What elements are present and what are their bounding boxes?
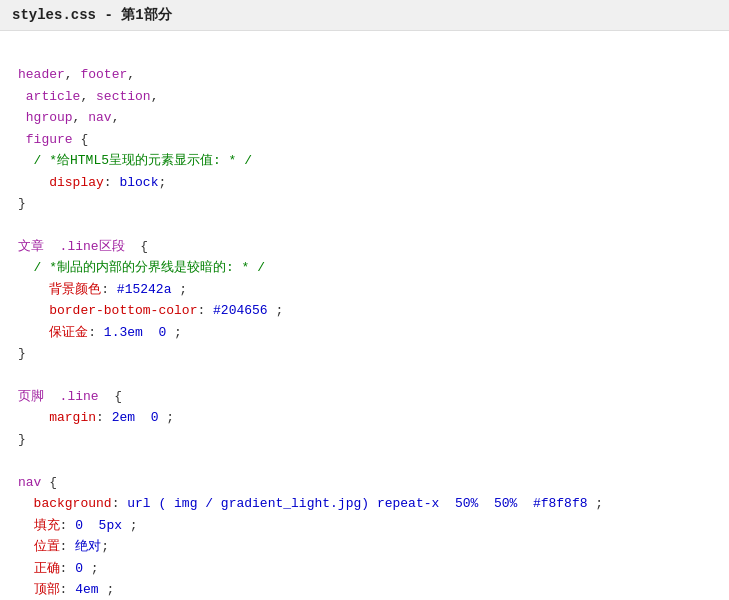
code-line: border-bottom-color: #204656 ; [18, 300, 711, 321]
code-line: / *给HTML5呈现的元素显示值: * / [18, 150, 711, 171]
code-line: } [18, 193, 711, 214]
code-line: 背景颜色: #15242a ; [18, 279, 711, 300]
code-line [18, 450, 711, 471]
code-line: nav { [18, 472, 711, 493]
code-line: 位置: 绝对; [18, 536, 711, 557]
file-title: styles.css - 第1部分 [12, 7, 172, 23]
code-line: 填充: 0 5px ; [18, 515, 711, 536]
code-line [18, 43, 711, 64]
code-line: 页脚 .line { [18, 386, 711, 407]
code-line: margin: 2em 0 ; [18, 407, 711, 428]
code-line: 文章 .line区段 { [18, 236, 711, 257]
code-line: 正确: 0 ; [18, 558, 711, 579]
code-line: 保证金: 1.3em 0 ; [18, 322, 711, 343]
code-line: hgroup, nav, [18, 107, 711, 128]
code-line: / *制品的内部的分界线是较暗的: * / [18, 257, 711, 278]
code-line: article, section, [18, 86, 711, 107]
title-bar: styles.css - 第1部分 [0, 0, 729, 31]
code-line [18, 215, 711, 236]
code-line: display: block; [18, 172, 711, 193]
code-line [18, 365, 711, 386]
code-line: header, footer, [18, 64, 711, 85]
code-area: header, footer, article, section, hgroup… [0, 31, 729, 600]
code-line: 顶部: 4em ; [18, 579, 711, 600]
code-line: figure { [18, 129, 711, 150]
code-line: } [18, 429, 711, 450]
code-line: background: url ( img / gradient_light.j… [18, 493, 711, 514]
code-line: } [18, 343, 711, 364]
